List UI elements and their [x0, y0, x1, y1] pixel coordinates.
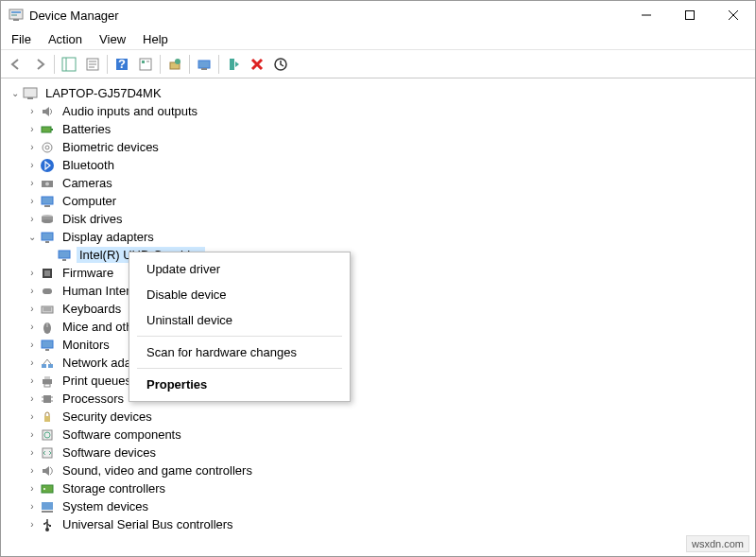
- tree-item-softdev[interactable]: ›Software devices: [9, 444, 755, 461]
- expand-icon[interactable]: ›: [26, 374, 39, 388]
- tree-item-label[interactable]: Universal Serial Bus controllers: [60, 516, 236, 532]
- svg-point-75: [43, 523, 45, 525]
- expand-icon[interactable]: ›: [26, 141, 39, 154]
- tree-item-hid[interactable]: ›Human Inter: [9, 282, 755, 300]
- tree-item-security[interactable]: ›Security devices: [9, 408, 755, 426]
- tree-item-label[interactable]: Bluetooth: [60, 157, 117, 173]
- tree-item-label[interactable]: Network ada: [60, 355, 134, 371]
- tree-item-camera[interactable]: ›Cameras: [9, 174, 755, 192]
- expand-icon[interactable]: ›: [26, 500, 39, 513]
- tree-item-label[interactable]: Mice and oth: [60, 319, 135, 335]
- tree-item-label[interactable]: Computer: [60, 193, 119, 209]
- expand-icon[interactable]: ›: [26, 392, 39, 406]
- tree-item-computer[interactable]: ›Computer: [9, 192, 755, 210]
- expand-icon[interactable]: ›: [26, 267, 39, 280]
- expand-icon[interactable]: ›: [26, 357, 39, 370]
- tree-item-label[interactable]: Security devices: [60, 409, 155, 425]
- expand-icon[interactable]: ›: [26, 518, 39, 531]
- expand-icon[interactable]: ›: [26, 123, 39, 136]
- tree-item-mouse[interactable]: ›Mice and oth: [9, 318, 755, 336]
- disable-device-button[interactable]: [269, 53, 292, 76]
- expand-icon[interactable]: ›: [26, 321, 39, 334]
- tree-item-label[interactable]: Sound, video and game controllers: [60, 462, 255, 479]
- minimize-button[interactable]: [625, 1, 668, 29]
- svg-rect-3: [13, 19, 19, 21]
- tree-item-label[interactable]: System devices: [60, 498, 151, 514]
- maximize-button[interactable]: [668, 1, 712, 29]
- scan-hardware-button[interactable]: [193, 53, 215, 76]
- ctx-update-driver[interactable]: Update driver: [129, 256, 350, 282]
- back-button[interactable]: [5, 53, 27, 76]
- tree-item-label[interactable]: Software devices: [60, 444, 159, 461]
- tree-item-label[interactable]: Batteries: [60, 121, 113, 137]
- tree-item-label[interactable]: Biometric devices: [60, 139, 162, 155]
- close-button[interactable]: [712, 1, 755, 29]
- tree-item-softcomp[interactable]: ›Software components: [9, 426, 755, 444]
- expand-icon[interactable]: ›: [26, 410, 39, 424]
- expand-icon[interactable]: ›: [26, 339, 39, 352]
- update-driver-button[interactable]: [163, 53, 186, 76]
- tree-item-label[interactable]: Monitors: [60, 337, 112, 353]
- tree-item-system[interactable]: ›System devices: [9, 497, 755, 515]
- uninstall-device-button[interactable]: [246, 53, 268, 76]
- tree-item-biometric[interactable]: ›Biometric devices: [9, 138, 755, 156]
- expand-icon[interactable]: ›: [26, 446, 39, 460]
- tree-item-display[interactable]: ⌄Display adapters: [9, 228, 755, 246]
- device-tree[interactable]: ⌄ LAPTOP-GJ57D4MK ›Audio inputs and outp…: [1, 78, 755, 556]
- expand-icon[interactable]: ›: [26, 213, 39, 226]
- expand-icon[interactable]: ›: [26, 285, 39, 298]
- tree-item-label[interactable]: Display adapters: [60, 229, 157, 245]
- svg-rect-23: [230, 59, 234, 70]
- tree-item-network[interactable]: ›Network ada: [9, 354, 755, 372]
- ctx-properties[interactable]: Properties: [129, 372, 350, 397]
- show-hide-tree-button[interactable]: [58, 53, 80, 76]
- tree-item-usb[interactable]: ›Universal Serial Bus controllers: [9, 515, 755, 533]
- tree-item-battery[interactable]: ›Batteries: [9, 120, 755, 138]
- root-node-label[interactable]: LAPTOP-GJ57D4MK: [43, 85, 164, 101]
- enable-device-button[interactable]: [222, 53, 245, 76]
- forward-button[interactable]: [28, 53, 51, 76]
- tree-item-label[interactable]: Human Inter: [60, 283, 133, 299]
- tree-item-label[interactable]: Software components: [60, 426, 184, 443]
- tree-item-processor[interactable]: ›Processors: [9, 390, 755, 408]
- tree-item-label[interactable]: Keyboards: [60, 301, 124, 317]
- tree-item-audio[interactable]: ›Audio inputs and outputs: [9, 102, 755, 120]
- svg-rect-35: [44, 205, 50, 207]
- expand-icon[interactable]: ›: [26, 428, 39, 442]
- menu-help[interactable]: Help: [134, 30, 177, 48]
- tree-item-disk[interactable]: ›Disk drives: [9, 210, 755, 228]
- menu-file[interactable]: File: [3, 30, 40, 48]
- expand-icon[interactable]: ›: [26, 303, 39, 316]
- menu-view[interactable]: View: [91, 30, 134, 48]
- tree-item-monitor[interactable]: ›Monitors: [9, 336, 755, 354]
- tree-item-label[interactable]: Firmware: [60, 265, 116, 281]
- expand-icon[interactable]: ›: [26, 177, 39, 190]
- expand-icon[interactable]: ›: [26, 195, 39, 208]
- tree-item-label[interactable]: Storage controllers: [60, 480, 168, 496]
- tree-child-selected[interactable]: Intel(R) UHD Graphics: [9, 246, 755, 264]
- tree-item-label[interactable]: Audio inputs and outputs: [60, 103, 200, 119]
- tree-item-label[interactable]: Print queues: [60, 373, 134, 389]
- properties-button[interactable]: [81, 53, 104, 76]
- collapse-icon[interactable]: ⌄: [26, 231, 39, 244]
- tree-item-printer[interactable]: ›Print queues: [9, 372, 755, 390]
- tree-item-label[interactable]: Cameras: [60, 175, 115, 191]
- ctx-disable-device[interactable]: Disable device: [129, 282, 350, 307]
- collapse-icon[interactable]: ⌄: [9, 87, 22, 100]
- ctx-scan-hardware[interactable]: Scan for hardware changes: [129, 339, 350, 365]
- tree-item-label[interactable]: Processors: [60, 391, 127, 407]
- expand-icon[interactable]: ›: [26, 464, 39, 478]
- menu-action[interactable]: Action: [40, 30, 91, 48]
- tree-item-bluetooth[interactable]: ›Bluetooth: [9, 156, 755, 174]
- action-menu-button[interactable]: [134, 53, 157, 76]
- tree-item-keyboard[interactable]: ›Keyboards: [9, 300, 755, 318]
- expand-icon[interactable]: ›: [26, 482, 39, 496]
- tree-item-label[interactable]: Disk drives: [60, 211, 126, 227]
- tree-item-storage[interactable]: ›Storage controllers: [9, 479, 755, 497]
- tree-item-firmware[interactable]: ›Firmware: [9, 264, 755, 282]
- tree-item-sound[interactable]: ›Sound, video and game controllers: [9, 461, 755, 479]
- expand-icon[interactable]: ›: [26, 159, 39, 172]
- expand-icon[interactable]: ›: [26, 105, 39, 118]
- help-button[interactable]: ?: [111, 53, 133, 76]
- ctx-uninstall-device[interactable]: Uninstall device: [129, 307, 350, 333]
